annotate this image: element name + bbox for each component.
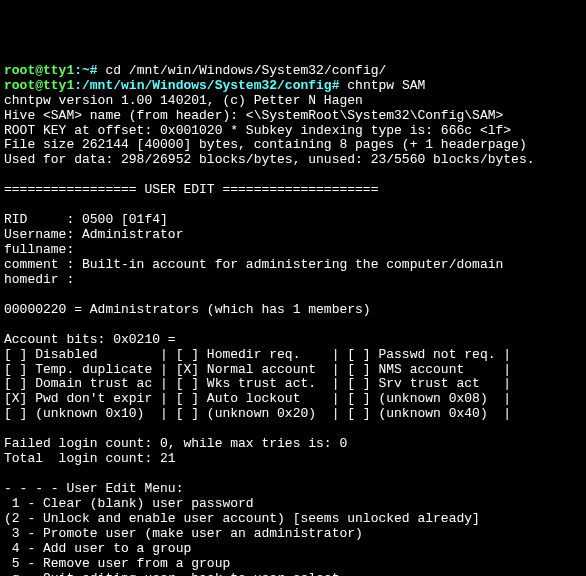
username-line: Username: Administrator xyxy=(4,227,183,242)
prompt-user: root@tty1 xyxy=(4,63,74,78)
fullname-line: fullname: xyxy=(4,242,74,257)
bits-row: [ ] Disabled | [ ] Homedir req. | [ ] Pa… xyxy=(4,347,511,362)
menu-header: - - - - User Edit Menu: xyxy=(4,481,183,496)
membership-line: 00000220 = Administrators (which has 1 m… xyxy=(4,302,371,317)
prompt-path: :/mnt/win/Windows/System32/config xyxy=(74,78,331,93)
separator: ================= USER EDIT ============… xyxy=(4,182,378,197)
terminal-output: root@tty1:~# cd /mnt/win/Windows/System3… xyxy=(4,64,582,576)
prompt-hash: # xyxy=(90,63,98,78)
menu-item-3: 3 - Promote user (make user an administr… xyxy=(4,526,363,541)
filesize-line: File size 262144 [40000] bytes, containi… xyxy=(4,137,527,152)
menu-item-q: q - Quit editing user, back to user sele… xyxy=(4,571,339,576)
bits-row: [ ] (unknown 0x10) | [ ] (unknown 0x20) … xyxy=(4,406,511,421)
version-line: chntpw version 1.00 140201, (c) Petter N… xyxy=(4,93,363,108)
bits-row: [ ] Domain trust ac | [ ] Wks trust act.… xyxy=(4,376,511,391)
failed-login-line: Failed login count: 0, while max tries i… xyxy=(4,436,347,451)
total-login-line: Total login count: 21 xyxy=(4,451,176,466)
bits-row: [ ] Temp. duplicate | [X] Normal account… xyxy=(4,362,511,377)
usedfor-line: Used for data: 298/26952 blocks/bytes, u… xyxy=(4,152,535,167)
menu-item-4: 4 - Add user to a group xyxy=(4,541,191,556)
menu-item-1: 1 - Clear (blank) user password xyxy=(4,496,254,511)
menu-item-5: 5 - Remove user from a group xyxy=(4,556,230,571)
comment-line: comment : Built-in account for administe… xyxy=(4,257,503,272)
rootkey-line: ROOT KEY at offset: 0x001020 * Subkey in… xyxy=(4,123,511,138)
bits-header: Account bits: 0x0210 = xyxy=(4,332,176,347)
prompt-user: root@tty1 xyxy=(4,78,74,93)
command-text: cd /mnt/win/Windows/System32/config/ xyxy=(98,63,387,78)
command-text: chntpw SAM xyxy=(339,78,425,93)
prompt-path: :~ xyxy=(74,63,90,78)
hive-line: Hive <SAM> name (from header): <\SystemR… xyxy=(4,108,503,123)
rid-line: RID : 0500 [01f4] xyxy=(4,212,168,227)
homedir-line: homedir : xyxy=(4,272,74,287)
bits-row: [X] Pwd don't expir | [ ] Auto lockout |… xyxy=(4,391,511,406)
menu-item-2: (2 - Unlock and enable user account) [se… xyxy=(4,511,480,526)
